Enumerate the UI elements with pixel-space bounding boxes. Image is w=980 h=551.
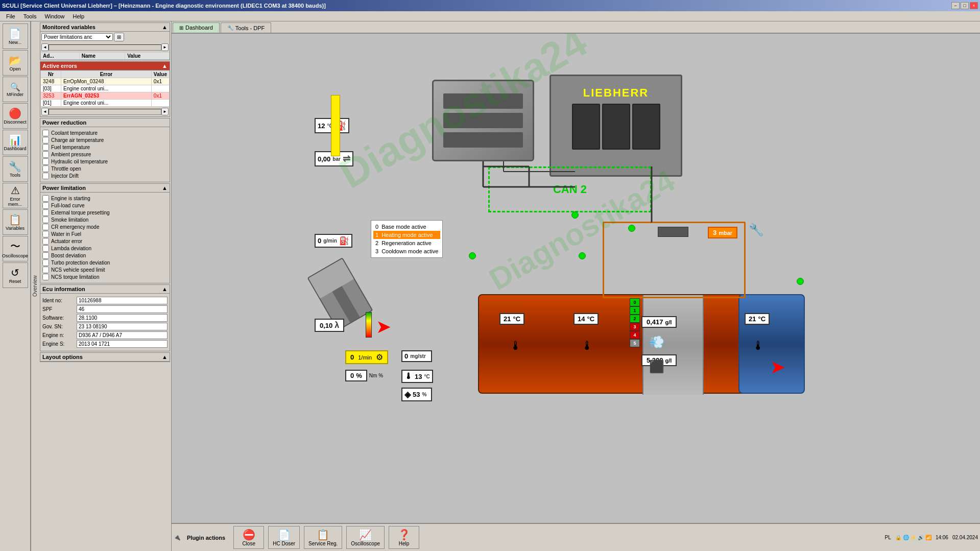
hc-doser-button[interactable]: 📄 HC Doser (268, 526, 300, 549)
mfinder-icon: 🔍 (10, 82, 20, 92)
close-plugin-button[interactable]: ⛔ Close (233, 526, 264, 549)
liebherr-box: LIEBHERR (549, 75, 682, 177)
lambda-bar (366, 312, 372, 338)
can2-border: CAN 2 (488, 166, 652, 212)
liebherr-components (556, 104, 676, 150)
dashboard-button[interactable]: 📊 Dashboard (3, 130, 28, 155)
monitored-grid-button[interactable]: ⊞ (114, 33, 124, 41)
new-button[interactable]: 📄 New... (3, 23, 28, 49)
oscilloscope-plugin-button[interactable]: 📈 Oscilloscope (346, 526, 385, 549)
collapse-layout-icon[interactable]: ▲ (162, 354, 168, 360)
check-engine-starting-input[interactable] (42, 195, 49, 202)
check-charge-air-temp-input[interactable] (42, 137, 49, 143)
title-buttons: − □ × (951, 2, 978, 9)
check-ncs-vehicle-speed-input[interactable] (42, 267, 49, 273)
mfinder-button[interactable]: 🔍 MFinder (3, 77, 28, 102)
collapse-power-icon[interactable]: ▲ (162, 185, 168, 191)
dashboard-tab-icon: ⊞ (179, 25, 183, 31)
err-scroll-left[interactable]: ◄ (41, 108, 49, 115)
check-fuel-temp-input[interactable] (42, 144, 49, 151)
oscilloscope-label: Oscilloscope (2, 253, 28, 258)
reset-button[interactable]: ↺ Reset (3, 262, 28, 288)
err-scroll-right[interactable]: ► (161, 108, 169, 115)
filter-temp-mid-unit: °C (587, 315, 594, 323)
check-actuator-error-input[interactable] (42, 238, 49, 245)
service-reg-button[interactable]: 📋 Service Reg. (304, 526, 342, 549)
check-water-fuel: Water in Fuel (42, 231, 168, 237)
menu-help[interactable]: Help (69, 13, 89, 19)
liebherr-comp-1 (572, 104, 600, 150)
error-mem-button[interactable]: ⚠ Error mem... (3, 183, 28, 208)
close-plugin-label: Close (242, 541, 255, 546)
scrollbar-track[interactable] (49, 44, 161, 51)
check-throttle-open-input[interactable] (42, 165, 49, 172)
close-button[interactable]: × (970, 2, 978, 9)
check-injector-drift-input[interactable] (42, 173, 49, 179)
check-hydraulic-oil-temp: Hydraulic oil temperature (42, 158, 168, 165)
lambda-value: 0,10 (320, 322, 332, 329)
can2-label: CAN 2 (553, 183, 587, 196)
right-therm-icon: 🌡 (752, 339, 764, 353)
scroll-right-button[interactable]: ► (161, 43, 169, 51)
check-ambient-pressure-input[interactable] (42, 151, 49, 158)
tab-tools-dpf[interactable]: 🔧 Tools - DPF (221, 22, 271, 33)
collapse-ecu-icon[interactable]: ▲ (162, 286, 168, 292)
check-cr-emergency-input[interactable] (42, 224, 49, 230)
menu-window[interactable]: Window (40, 13, 68, 19)
tab-dashboard[interactable]: ⊞ Dashboard (173, 22, 220, 33)
err-error-3253c: Engine control uni... (61, 100, 152, 107)
filter-therm-icon-2: 🌡 (581, 339, 593, 353)
error-row-3253[interactable]: 3253 ErrAGN_03253 0x1 (41, 92, 170, 100)
ecu-engine-n-row: Engine n: D936 A7 / D946 A7 (42, 331, 168, 339)
error-row-3248[interactable]: 3248 ErrOpMon_03248 0x1 (41, 78, 170, 85)
soot2-unit: g/l (665, 357, 672, 364)
sensor-fuel-flow: 0 g/min ⛽ (315, 234, 352, 248)
tools-button[interactable]: 🔧 Tools (3, 156, 28, 182)
mode-0-label: Base mode active (381, 224, 426, 230)
open-icon: 📂 (9, 54, 21, 66)
check-injector-drift-label: Injector Drift (51, 173, 79, 179)
collapse-errors-icon[interactable]: ▲ (162, 63, 168, 69)
check-hydraulic-oil-temp-input[interactable] (42, 158, 49, 165)
check-coolant-temp: Coolant temperature (42, 130, 168, 136)
close-plugin-icon: ⛔ (243, 529, 255, 541)
power-limitation-title: Power limitation (42, 185, 86, 191)
ecu-information-title: Ecu information (42, 286, 85, 292)
variables-button[interactable]: 📋 Variables (3, 209, 28, 235)
minimize-button[interactable]: − (951, 2, 960, 9)
maximize-button[interactable]: □ (961, 2, 969, 9)
check-ncs-vehicle-speed-label: NCS vehicle speed limit (51, 267, 105, 273)
check-lambda-deviation-input[interactable] (42, 245, 49, 252)
disconnect-button[interactable]: 🔴 Disconnect (3, 103, 28, 129)
check-turbo-protection-input[interactable] (42, 259, 49, 266)
check-smoke-limitation-input[interactable] (42, 217, 49, 223)
check-ncs-torque-input[interactable] (42, 274, 49, 280)
sensor-fuel-flow-unit: g/min (323, 238, 337, 244)
liebherr-comp-2 (602, 104, 630, 150)
check-boost-deviation-input[interactable] (42, 252, 49, 259)
menu-tools[interactable]: Tools (19, 13, 41, 19)
err-scrollbar-track[interactable] (49, 109, 161, 115)
mgstr-display: 0 mg/str (401, 350, 432, 362)
ecu-spf-label: SPF (42, 306, 76, 312)
menu-file[interactable]: File (2, 13, 19, 19)
open-button[interactable]: 📂 Open (3, 50, 28, 76)
monitored-dropdown[interactable]: Power limitations anc (41, 33, 113, 41)
check-coolant-temp-input[interactable] (42, 130, 49, 136)
layout-options-section: Layout options ▲ (40, 352, 170, 362)
help-plugin-button[interactable]: ❓ Help (389, 526, 419, 549)
check-lambda-deviation-label: Lambda deviation (51, 246, 91, 251)
overview-label: Overview (32, 276, 38, 297)
oscilloscope-button[interactable]: 〜 Oscilloscope (3, 236, 28, 261)
oscilloscope-icon: 〜 (10, 239, 20, 253)
title-text: SCULi [Service Client Universal Liebherr… (2, 3, 326, 9)
main-content: ⊞ Dashboard 🔧 Tools - DPF Diagnostika24 … (172, 21, 980, 551)
nm-value-box: 0 % (345, 370, 367, 381)
collapse-monitored-icon[interactable]: ▲ (162, 24, 168, 30)
check-water-fuel-input[interactable] (42, 231, 49, 237)
check-full-load-curve-input[interactable] (42, 202, 49, 209)
check-lambda-deviation: Lambda deviation (42, 245, 168, 252)
check-external-torque-input[interactable] (42, 209, 49, 216)
err-col-nr: Nr (41, 71, 61, 78)
scroll-left-button[interactable]: ◄ (41, 43, 49, 51)
